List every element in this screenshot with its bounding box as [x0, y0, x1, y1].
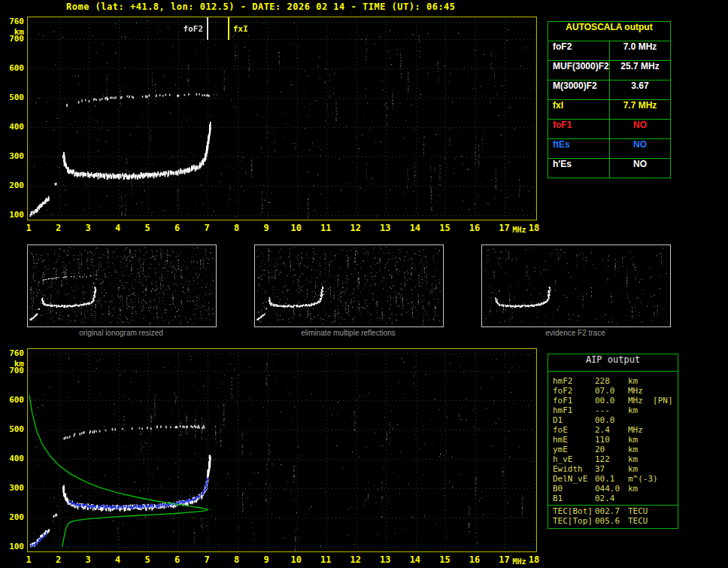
aip-param-name: hmF1: [548, 405, 595, 415]
aip-row-h_vE: h_vE122km: [548, 454, 678, 464]
x-tick-label: 18: [529, 223, 539, 233]
autoscala-param-value: 25.7 MHz: [610, 61, 670, 80]
y-tick-label: 400: [0, 454, 24, 463]
aip-row-DelN_vE: DelN_vE00.1m^(-3): [548, 474, 678, 484]
autoscala-row-foF1: foF1NO: [548, 120, 670, 139]
station-date-time-header: Rome (lat: +41.8, lon: 012.5) - DATE: 20…: [66, 2, 456, 12]
aip-param-unit: km: [628, 376, 678, 386]
autoscala-row-MUF(3000)F2: MUF(3000)F225.7 MHz: [548, 61, 670, 80]
aip-param-unit: MHz: [628, 425, 678, 435]
y-tick-label: 500: [0, 424, 24, 434]
aip-param-name: DelN_vE: [548, 474, 595, 484]
aip-param-value: 228: [595, 376, 628, 386]
aip-param-value: 122: [595, 454, 628, 464]
aip-row-ymE: ymE20km: [548, 445, 678, 454]
x-tick-label: 6: [174, 554, 180, 565]
aip-row-hmE: hmE110km: [548, 435, 678, 445]
aip-param-value: 20: [595, 445, 628, 454]
autoscala-param-value: NO: [610, 120, 670, 138]
x-tick-label: 3: [85, 223, 90, 233]
aip-param-unit: km: [628, 464, 678, 474]
aip-row-hmF2: hmF2228km: [548, 376, 678, 386]
y-axis-unit: km: [0, 27, 24, 37]
autoscala-param-label: h'Es: [548, 159, 610, 178]
aip-param-value: 37: [595, 464, 628, 474]
x-tick-label: 3: [85, 554, 90, 565]
autoscala-param-value: 7.0 MHz: [610, 41, 670, 60]
aip-param-unit: km: [628, 435, 678, 445]
ionogram-top-canvas: [28, 17, 536, 220]
x-tick-label: 6: [174, 223, 180, 233]
x-tick-label: 17: [499, 223, 509, 233]
aip-param-value: 07.0: [595, 386, 628, 396]
aip-param-name: Ewidth: [548, 464, 595, 474]
aip-param-value: ---: [595, 405, 628, 415]
aip-param-value: 02.4: [595, 494, 628, 503]
y-tick-label: 400: [0, 122, 24, 132]
autoscala-window: Rome (lat: +41.8, lon: 012.5) - DATE: 20…: [0, 0, 728, 568]
x-tick-label: 2: [56, 554, 61, 565]
x-tick-label: 8: [234, 223, 239, 233]
aip-param-name: hmE: [548, 435, 595, 445]
x-tick-label: 9: [264, 554, 269, 565]
aip-param-value: 00.1: [595, 474, 628, 484]
thumbnail-f2-trace: [481, 245, 671, 327]
thumbnail-original-ionogram: [27, 245, 217, 327]
x-tick-label: 17: [499, 554, 509, 565]
autoscala-param-value: NO: [610, 159, 670, 178]
thumbnail-original-canvas: [28, 245, 214, 325]
autoscala-param-label: ftEs: [548, 139, 610, 158]
x-tick-label: 4: [115, 554, 120, 565]
thumbnail-f2-trace-canvas: [482, 245, 669, 325]
autoscala-param-label: M(3000)F2: [548, 80, 610, 99]
autoscala-param-label: foF1: [548, 120, 610, 138]
autoscala-table-header: AUTOSCALA output: [548, 22, 670, 41]
y-tick-label: 600: [0, 63, 24, 73]
x-tick-label: 11: [320, 223, 331, 233]
x-tick-label: 7: [205, 554, 210, 565]
x-tick-label: 15: [439, 223, 450, 233]
aip-param-unit: [628, 415, 678, 425]
thumbnail-multiple-reflections: [254, 245, 444, 327]
aip-param-name: h_vE: [548, 454, 595, 464]
x-axis-unit: MHz: [512, 226, 526, 234]
aip-param-value: 044.0: [595, 484, 628, 494]
aip-param-name: TEC[Top]: [548, 516, 595, 526]
y-tick-label: 300: [0, 483, 24, 493]
aip-param-unit: km: [628, 445, 678, 454]
aip-param-name: foF2: [548, 386, 595, 396]
aip-param-unit: TECU: [628, 506, 678, 516]
aip-row-B1: B102.4: [548, 494, 678, 503]
aip-param-unit: MHz: [628, 386, 678, 396]
x-tick-label: 7: [205, 223, 210, 233]
y-tick-label: 200: [0, 181, 24, 190]
x-tick-label: 1: [26, 554, 31, 565]
autoscala-param-label: fxI: [548, 100, 610, 119]
y-tick-label: 300: [0, 151, 24, 161]
y-tick-label: 100: [0, 542, 24, 551]
ionogram-top-plot: [27, 17, 537, 220]
autoscala-table-rows: foF27.0 MHzMUF(3000)F225.7 MHzM(3000)F23…: [548, 41, 670, 178]
aip-param-unit: TECU: [628, 516, 678, 526]
x-tick-label: 12: [350, 223, 361, 233]
x-tick-label: 16: [469, 554, 480, 565]
aip-param-value: 00.0: [595, 396, 628, 405]
y-axis-unit: km: [0, 359, 24, 369]
ionogram-bottom-canvas: [28, 349, 536, 551]
aip-row-foE: foE2.4MHz: [548, 425, 678, 435]
aip-row-foF2: foF207.0MHz: [548, 386, 678, 396]
y-tick-label: 760: [0, 17, 24, 26]
aip-row-D1: D100.0: [548, 415, 678, 425]
x-tick-label: 1: [26, 223, 31, 233]
thumbnail-multiple-reflections-canvas: [255, 245, 441, 325]
autoscala-param-value: 7.7 MHz: [610, 100, 670, 119]
x-tick-label: 16: [469, 223, 480, 233]
aip-param-name: ymE: [548, 445, 595, 454]
aip-row-TEC[Top]: TEC[Top]005.6TECU: [548, 516, 678, 526]
aip-table-header: AIP output: [548, 354, 678, 372]
aip-param-unit: m^(-3): [628, 474, 678, 484]
aip-param-name: hmF2: [548, 376, 595, 386]
aip-table-rows: hmF2228kmfoF207.0MHzfoF100.0MHz [PN]hmF1…: [548, 372, 678, 528]
aip-param-value: 002.7: [595, 506, 628, 516]
autoscala-row-M(3000)F2: M(3000)F23.67: [548, 80, 670, 100]
